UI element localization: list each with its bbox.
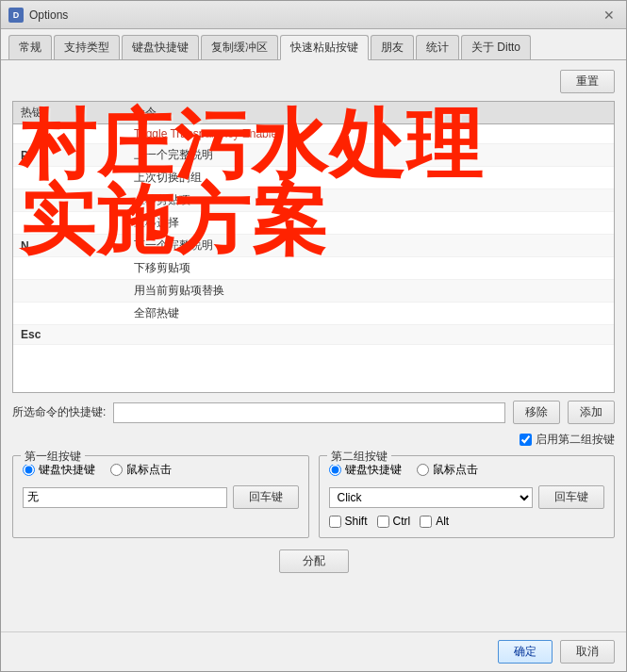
- table-row[interactable]: 下移剪贴项: [13, 257, 614, 280]
- table-row[interactable]: 用当前剪贴项替换: [13, 280, 614, 303]
- table-row[interactable]: 上移选择: [13, 212, 614, 235]
- group2-input-row: Click Double Click Right Click 回车键: [329, 485, 605, 509]
- group2-legend: 第二组按键: [327, 449, 391, 465]
- command-cell: 下一个完整说明: [126, 235, 614, 257]
- tab-keyboard[interactable]: 键盘快捷键: [122, 35, 199, 59]
- hotkey-table: 热键 命令 Toggle Transparency EnabledP上一个完整说…: [13, 102, 614, 345]
- group1-legend: 第一组按键: [21, 449, 85, 465]
- tab-quickpaste[interactable]: 快速粘贴按键: [280, 35, 369, 60]
- title-bar: D Options ✕: [1, 1, 626, 29]
- hotkey-cell: [13, 257, 126, 280]
- tab-support[interactable]: 支持类型: [54, 35, 120, 59]
- reset-button[interactable]: 重置: [560, 70, 615, 93]
- group1-input-row: 回车键: [23, 485, 299, 509]
- ctrl-checkbox-item[interactable]: Ctrl: [377, 515, 411, 528]
- hotkey-cell: [13, 303, 126, 325]
- shift-checkbox-item[interactable]: Shift: [329, 515, 368, 528]
- table-row[interactable]: P上一个完整说明: [13, 144, 614, 167]
- tab-friends[interactable]: 朋友: [371, 35, 414, 59]
- tab-general[interactable]: 常规: [8, 35, 52, 59]
- group2-select[interactable]: Click Double Click Right Click: [329, 487, 534, 508]
- groups-row: 第一组按键 键盘快捷键 鼠标点击 回车键: [12, 455, 615, 538]
- tab-clipboard[interactable]: 复制缓冲区: [201, 35, 278, 59]
- group1-text-input[interactable]: [23, 487, 227, 508]
- group2-radio-mouse[interactable]: 鼠标点击: [417, 462, 478, 478]
- remove-button[interactable]: 移除: [513, 401, 560, 424]
- group2-enter-button[interactable]: 回车键: [538, 485, 604, 509]
- shortcut-input[interactable]: [113, 402, 505, 423]
- shift-checkbox[interactable]: [329, 516, 341, 528]
- col-hotkey: 热键: [13, 102, 126, 124]
- command-cell: 全部热键: [126, 303, 614, 325]
- table-row[interactable]: 上次切换的组: [13, 167, 614, 189]
- hotkey-cell: P: [13, 144, 126, 167]
- assign-button[interactable]: 分配: [279, 549, 349, 573]
- hotkey-cell: Esc: [13, 325, 126, 345]
- hotkey-table-container[interactable]: 热键 命令 Toggle Transparency EnabledP上一个完整说…: [12, 101, 615, 393]
- hotkey-cell: [13, 124, 126, 144]
- command-cell: 下移剪贴项: [126, 257, 614, 280]
- table-row[interactable]: Esc: [13, 325, 614, 345]
- hotkey-cell: [13, 167, 126, 189]
- command-cell: Toggle Transparency Enabled: [126, 124, 614, 144]
- group2-box: 第二组按键 键盘快捷键 鼠标点击 Click Double Click: [319, 455, 616, 538]
- hotkey-cell: [13, 280, 126, 303]
- group1-box: 第一组按键 键盘快捷键 鼠标点击 回车键: [12, 455, 309, 538]
- hotkey-cell: [13, 212, 126, 235]
- command-cell: 用当前剪贴项替换: [126, 280, 614, 303]
- group1-enter-button[interactable]: 回车键: [233, 485, 299, 509]
- enable-second-group-label[interactable]: 启用第二组按键: [536, 432, 615, 448]
- table-row[interactable]: 上移剪贴项: [13, 189, 614, 212]
- add-button[interactable]: 添加: [568, 401, 615, 424]
- ok-button[interactable]: 确定: [498, 640, 553, 664]
- options-window: D Options ✕ 常规 支持类型 键盘快捷键 复制缓冲区 快速粘贴按键 朋…: [0, 0, 627, 672]
- command-cell: 上移剪贴项: [126, 189, 614, 212]
- command-cell: 上次切换的组: [126, 167, 614, 189]
- alt-checkbox-item[interactable]: Alt: [420, 515, 449, 528]
- tab-about[interactable]: 关于 Ditto: [461, 35, 531, 59]
- bottom-row: 确定 取消: [1, 631, 626, 671]
- command-cell: 上一个完整说明: [126, 144, 614, 167]
- tab-bar: 常规 支持类型 键盘快捷键 复制缓冲区 快速粘贴按键 朋友 统计 关于 Ditt…: [1, 29, 626, 60]
- ctrl-checkbox[interactable]: [377, 516, 389, 528]
- assign-row: 分配: [12, 549, 615, 573]
- group1-radio-mouse[interactable]: 鼠标点击: [110, 462, 172, 478]
- command-cell: [126, 325, 614, 345]
- shortcut-label: 所选命令的快捷键:: [12, 404, 106, 420]
- shortcut-row: 所选命令的快捷键: 移除 添加: [12, 401, 615, 424]
- enable-second-group-checkbox[interactable]: [520, 434, 532, 446]
- table-row[interactable]: 全部热键: [13, 303, 614, 325]
- modifier-row: Shift Ctrl Alt: [329, 515, 605, 528]
- window-title: Options: [29, 8, 600, 22]
- reset-row: 重置: [12, 70, 615, 93]
- alt-checkbox[interactable]: [420, 516, 432, 528]
- tab-stats[interactable]: 统计: [416, 35, 459, 59]
- cancel-button[interactable]: 取消: [560, 640, 615, 664]
- enable-second-group-row: 启用第二组按键: [12, 432, 615, 448]
- command-cell: 上移选择: [126, 212, 614, 235]
- hotkey-cell: N: [13, 235, 126, 257]
- col-command: 命令: [126, 102, 614, 124]
- close-button[interactable]: ✕: [600, 6, 619, 25]
- table-row[interactable]: Toggle Transparency Enabled: [13, 124, 614, 144]
- table-row[interactable]: N下一个完整说明: [13, 235, 614, 257]
- app-icon: D: [8, 8, 24, 23]
- main-content: 村庄污水处理 实施方案 重置 热键 命令 Toggle Transparency…: [1, 60, 626, 631]
- hotkey-cell: [13, 189, 126, 212]
